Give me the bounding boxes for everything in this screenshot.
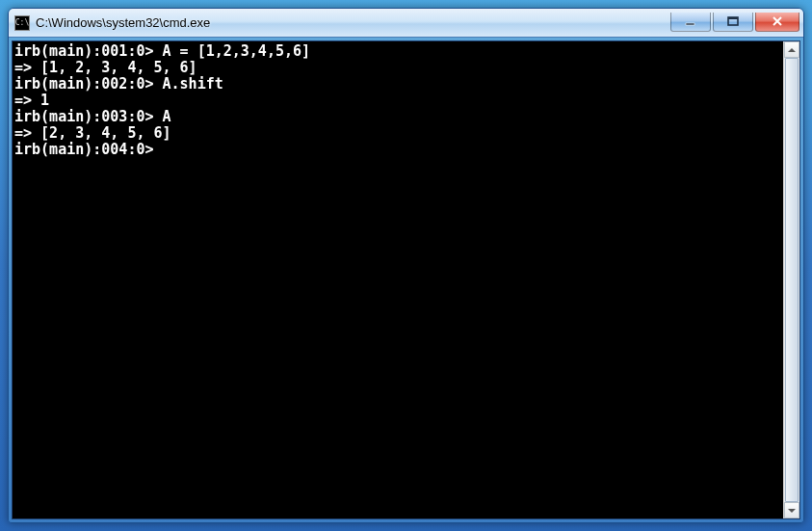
vertical-scrollbar[interactable]: [783, 41, 799, 518]
chevron-down-icon: [788, 509, 796, 513]
title-bar[interactable]: C:\ C:\Windows\system32\cmd.exe: [9, 9, 803, 38]
client-area: irb(main):001:0> A = [1,2,3,4,5,6] => [1…: [12, 40, 800, 519]
cmd-window: C:\ C:\Windows\system32\cmd.exe irb(main…: [8, 8, 804, 523]
minimize-button[interactable]: [670, 13, 711, 32]
app-icon: C:\: [14, 15, 30, 31]
maximize-button[interactable]: [713, 13, 753, 32]
svg-rect-0: [686, 23, 694, 25]
window-controls: [670, 13, 799, 33]
client-area-frame: irb(main):001:0> A = [1,2,3,4,5,6] => [1…: [9, 38, 803, 522]
window-title: C:\Windows\system32\cmd.exe: [36, 15, 670, 30]
terminal-output[interactable]: irb(main):001:0> A = [1,2,3,4,5,6] => [1…: [13, 41, 783, 518]
scroll-down-button[interactable]: [784, 502, 799, 518]
svg-rect-2: [728, 17, 738, 19]
scroll-thumb[interactable]: [785, 58, 799, 502]
scroll-up-button[interactable]: [784, 41, 799, 58]
scroll-track[interactable]: [784, 58, 799, 502]
chevron-up-icon: [788, 48, 796, 52]
close-button[interactable]: [755, 13, 799, 32]
